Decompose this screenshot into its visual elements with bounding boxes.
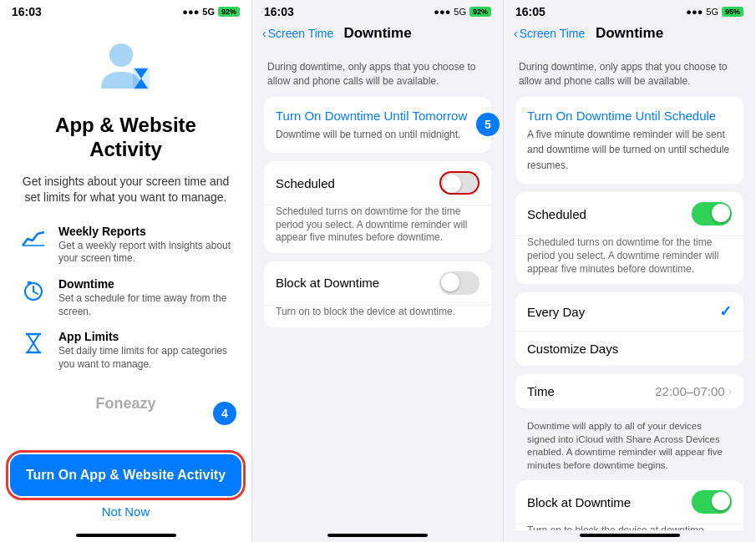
block-downtime-label-panel3: Block at Downtime [527,495,631,509]
feature-app-limits-text: App Limits Set daily time limits for app… [58,330,231,371]
every-day-label: Every Day [527,305,585,319]
avatar-area [93,38,160,99]
app-limits-title: App Limits [58,330,231,343]
step-badge-5: 5 [476,113,500,136]
feature-app-limits: App Limits Set daily time limits for app… [20,330,231,371]
hourglass-icon [20,330,47,357]
time-range: 22:00–07:00 [655,384,724,398]
nav-title-panel2: Downtime [343,25,411,42]
panel2-scroll: During downtime, only apps that you choo… [252,48,503,530]
svg-line-4 [33,291,38,294]
panel3-info-text: During downtime, only apps that you choo… [515,55,743,97]
feature-weekly-reports-text: Weekly Reports Get a weekly report with … [58,225,231,266]
home-indicator-panel1 [76,534,176,537]
network-type-panel3: 5G [706,7,718,17]
scheduled-desc-panel2: Scheduled turns on downtime for the time… [264,205,491,253]
scheduled-row-panel3: Scheduled [515,192,743,236]
chart-icon [20,225,47,251]
scheduled-toggle-panel3[interactable] [692,202,732,225]
downtime-schedule-sub: A five minute downtime reminder will be … [527,129,729,171]
app-limits-desc: Set daily time limits for app categories… [58,345,231,371]
main-subtitle: Get insights about your screen time and … [20,174,231,206]
back-label-panel3: Screen Time [520,27,586,40]
scheduled-card-panel3: Scheduled Scheduled turns on downtime fo… [515,192,743,284]
day-selection-card: Every Day ✓ Customize Days [515,292,743,366]
scheduled-toggle-knob-panel3 [712,204,730,222]
scheduled-toggle-panel2[interactable] [439,171,479,195]
block-downtime-row-panel2: Block at Downtime [264,261,491,306]
block-toggle-knob-panel2 [441,273,459,291]
signal-icon-panel1: ●●● [182,7,199,17]
nav-panel3: ‹ Screen Time Downtime [504,22,755,48]
status-indicators-panel3: ●●● 5G 95% [686,7,743,17]
scheduled-desc-panel3: Scheduled turns on downtime for the time… [515,236,743,284]
status-bar-panel1: 16:03 ●●● 5G 92% [0,0,251,22]
back-button-panel2[interactable]: ‹ Screen Time [262,27,333,40]
home-indicator-panel3 [580,534,680,537]
block-downtime-row-panel3: Block at Downtime [515,480,743,524]
chevron-icon: › [728,385,732,398]
panel3-scroll: During downtime, only apps that you choo… [504,48,755,530]
scheduled-toggle-knob-panel2 [443,175,461,193]
panel-app-website-activity: 16:03 ●●● 5G 92% App & WebsiteActivity G… [0,0,252,542]
svg-rect-5 [28,281,32,284]
scheduled-label-panel2: Scheduled [276,176,335,190]
every-day-checkmark: ✓ [719,302,732,321]
status-time-panel3: 16:05 [515,5,545,18]
scheduled-label-panel3: Scheduled [527,207,586,221]
downtime-tomorrow-sub: Downtime will be turned on until midnigh… [276,129,460,140]
weekly-reports-title: Weekly Reports [58,225,231,238]
battery-panel3: 95% [722,7,743,17]
panel-downtime-2: 16:03 ●●● 5G 92% ‹ Screen Time Downtime … [252,0,504,542]
feature-weekly-reports: Weekly Reports Get a weekly report with … [20,225,231,266]
back-chevron-panel2: ‹ [262,27,266,40]
every-day-row[interactable]: Every Day ✓ [515,292,743,332]
feature-downtime-text: Downtime Set a schedule for time away fr… [58,277,231,318]
signal-icon-panel2: ●●● [434,7,450,17]
downtime-tomorrow-link[interactable]: Turn On Downtime Until Tomorrow [276,109,479,123]
block-downtime-toggle-panel3[interactable] [692,490,732,514]
status-bar-panel3: 16:05 ●●● 5G 95% [504,0,755,22]
signal-icon-panel3: ●●● [686,7,703,17]
downtime-schedule-card[interactable]: Turn On Downtime Until Schedule A five m… [515,97,743,185]
battery-panel2: 92% [469,7,491,17]
time-row[interactable]: Time 22:00–07:00 › [515,374,743,408]
main-title: App & WebsiteActivity [55,114,196,162]
app-activity-icon [93,38,160,99]
feature-downtime: Downtime Set a schedule for time away fr… [20,277,231,318]
status-time-panel2: 16:03 [264,5,294,18]
svg-point-0 [109,43,133,67]
nav-title-panel3: Downtime [596,25,663,42]
scheduled-row-panel2: Scheduled [264,161,491,205]
back-button-panel3[interactable]: ‹ Screen Time [514,27,585,40]
home-indicator-panel2 [327,534,428,537]
customize-days-row[interactable]: Customize Days [515,332,743,366]
network-type-panel2: 5G [454,7,466,17]
block-downtime-label-panel2: Block at Downtime [276,276,379,290]
clock-icon [20,277,47,304]
downtime-schedule-link[interactable]: Turn On Downtime Until Schedule [527,109,732,123]
downtime-tomorrow-card[interactable]: Turn On Downtime Until Tomorrow Downtime… [264,97,491,154]
block-downtime-toggle-panel2[interactable] [439,271,479,295]
panel-downtime-3: 16:05 ●●● 5G 95% ‹ Screen Time Downtime … [504,0,755,542]
not-now-link[interactable]: Not Now [102,504,150,519]
block-downtime-card-panel2: Block at Downtime Turn on to block the d… [264,261,491,327]
block-downtime-desc-panel3: Turn on to block the device at downtime. [515,524,743,530]
customize-days-label: Customize Days [527,342,618,356]
nav-panel2: ‹ Screen Time Downtime [252,22,503,48]
status-bar-panel2: 16:03 ●●● 5G 92% [252,0,503,22]
downtime-title: Downtime [58,277,231,291]
block-downtime-card-panel3: Block at Downtime Turn on to block the d… [515,480,743,530]
weekly-reports-desc: Get a weekly report with insights about … [58,240,231,266]
scheduled-card-panel2: Scheduled Scheduled turns on downtime fo… [264,161,491,253]
battery-panel1: 92% [218,7,240,17]
back-chevron-panel3: ‹ [514,27,518,40]
turn-on-activity-button[interactable]: Turn On App & Website Activity [10,454,241,496]
block-downtime-desc-panel2: Turn on to block the device at downtime. [264,306,491,327]
panel2-info-text: During downtime, only apps that you choo… [264,55,491,97]
block-toggle-knob-panel3 [712,492,730,510]
network-type-panel1: 5G [202,7,215,17]
time-label: Time [527,384,555,398]
status-indicators-panel1: ●●● 5G 92% [182,7,240,17]
step-badge-4: 4 [213,402,236,425]
